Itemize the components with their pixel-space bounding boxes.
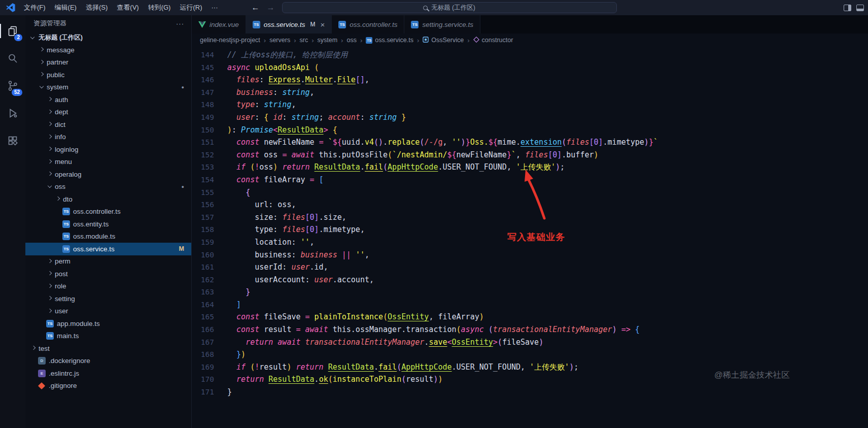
code-line-153[interactable]: 153 if (!oss) return ResultData.fail(App…: [192, 161, 868, 174]
tree-item-dto[interactable]: dto: [25, 193, 191, 206]
tree-item-.gitignore[interactable]: .gitignore: [25, 380, 191, 392]
code-line-152[interactable]: 152 const oss = await this.putOssFile(`/…: [192, 149, 868, 161]
tree-item-oss.entity.ts[interactable]: TSoss.entity.ts: [25, 218, 191, 231]
tree-item-loginlog[interactable]: loginlog: [25, 143, 191, 156]
tree-item-post[interactable]: post: [25, 268, 191, 280]
run-debug-activity-icon[interactable]: [0, 100, 25, 127]
chevron-right-icon: [29, 347, 38, 349]
explorer-activity-icon[interactable]: 2: [0, 17, 25, 45]
code-line-156[interactable]: 156 url: oss,: [192, 199, 868, 211]
customize-layout-icon[interactable]: [856, 5, 864, 11]
tab-index.vue[interactable]: index.vue: [192, 15, 246, 34]
code-line-164[interactable]: 164 ]: [192, 299, 868, 311]
tree-item-label: post: [55, 270, 68, 278]
tree-item-operalog[interactable]: operalog: [25, 168, 191, 181]
breadcrumb-label: constructor: [482, 37, 513, 44]
code-line-161[interactable]: 161 userId: user.id,: [192, 261, 868, 274]
tree-item-app.module.ts[interactable]: TSapp.module.ts: [25, 317, 191, 330]
tree-item-dept[interactable]: dept: [25, 106, 191, 119]
code-line-155[interactable]: 155 {: [192, 186, 868, 199]
tree-item-system[interactable]: system●: [25, 81, 191, 94]
menu-运行(R)[interactable]: 运行(R): [175, 0, 206, 15]
tree-item-test[interactable]: test: [25, 342, 191, 355]
breadcrumb-item-system[interactable]: system: [318, 37, 338, 44]
chevron-right-icon: [46, 136, 54, 138]
code-line-160[interactable]: 160 business: business || '',: [192, 249, 868, 261]
breadcrumb-item-geline-nestjsp-project[interactable]: geline-nestjsp-project: [200, 37, 260, 44]
code-text: // 上传oss的接口, 给控制层使用: [227, 49, 348, 61]
code-line-148[interactable]: 148 type: string,: [192, 98, 868, 111]
code-line-144[interactable]: 144// 上传oss的接口, 给控制层使用: [192, 49, 868, 61]
tree-item-role[interactable]: role: [25, 280, 191, 293]
tab-oss.service.ts[interactable]: TSoss.service.tsM×: [246, 15, 332, 34]
tree-item-oss.controller.ts[interactable]: TSoss.controller.ts: [25, 206, 191, 218]
toggle-sidebar-icon[interactable]: [844, 5, 851, 11]
code-text: const newFileName = `${uuid.v4().replace…: [227, 136, 658, 149]
tree-item-partner[interactable]: partner: [25, 56, 191, 69]
menu-more-icon[interactable]: ···: [206, 0, 222, 15]
extensions-activity-icon[interactable]: [0, 127, 25, 154]
forward-arrow-icon[interactable]: →: [267, 3, 275, 12]
tab-label: oss.service.ts: [264, 21, 305, 28]
menu-文件(F)[interactable]: 文件(F): [19, 0, 50, 15]
code-line-165[interactable]: 165 const fileSave = plainToInstance(Oss…: [192, 311, 868, 323]
menu-查看(V)[interactable]: 查看(V): [112, 0, 143, 15]
tree-item-menu[interactable]: menu: [25, 156, 191, 169]
tree-item-oss.service.ts[interactable]: TSoss.service.tsM: [25, 243, 191, 255]
code-line-167[interactable]: 167 return await transactionalEntityMana…: [192, 336, 868, 349]
tree-item-label: app.module.ts: [57, 320, 100, 327]
breadcrumb-item-servers[interactable]: servers: [269, 37, 290, 44]
close-icon[interactable]: ×: [321, 21, 325, 28]
code-line-154[interactable]: 154 const fileArray = [: [192, 174, 868, 186]
command-center-search[interactable]: 无标题 (工作区): [282, 2, 617, 13]
titlebar: 文件(F)编辑(E)选择(S)查看(V)转到(G)运行(R) ··· ← → 无…: [0, 0, 868, 15]
code-line-150[interactable]: 150): Promise<ResultData> {: [192, 124, 868, 137]
tab-oss.controller.ts[interactable]: TSoss.controller.ts: [332, 15, 404, 34]
code-line-149[interactable]: 149 user: { id: string; account: string …: [192, 111, 868, 124]
code-line-151[interactable]: 151 const newFileName = `${uuid.v4().rep…: [192, 136, 868, 149]
tree-item-auth[interactable]: auth: [25, 93, 191, 106]
breadcrumb-item-constructor[interactable]: constructor: [473, 37, 513, 44]
tree-item-user[interactable]: user: [25, 305, 191, 318]
breadcrumb-item-oss[interactable]: oss: [346, 37, 356, 44]
ts-file-icon: TS: [62, 208, 70, 215]
tree-item-oss.module.ts[interactable]: TSoss.module.ts: [25, 231, 191, 243]
code-line-163[interactable]: 163 }: [192, 286, 868, 299]
code-line-162[interactable]: 162 userAccount: user.account,: [192, 274, 868, 286]
code-line-147[interactable]: 147 business: string,: [192, 86, 868, 99]
line-number: 152: [192, 149, 227, 161]
breadcrumb-item-oss.service.ts[interactable]: TSoss.service.ts: [366, 37, 413, 44]
back-arrow-icon[interactable]: ←: [252, 3, 260, 12]
menu-编辑(E)[interactable]: 编辑(E): [50, 0, 81, 15]
breadcrumb-item-OssService[interactable]: OssService: [423, 37, 464, 44]
menu-转到(G)[interactable]: 转到(G): [144, 0, 176, 15]
tree-item-info[interactable]: info: [25, 131, 191, 144]
tree-item-setting[interactable]: setting: [25, 292, 191, 305]
line-number: 169: [192, 361, 227, 374]
tree-item-.dockerignore[interactable]: D.dockerignore: [25, 355, 191, 368]
code-line-171[interactable]: 171}: [192, 386, 868, 399]
tree-item-perm[interactable]: perm: [25, 255, 191, 268]
code-line-157[interactable]: 157 size: files[0].size,: [192, 211, 868, 224]
code-line-145[interactable]: 145async uploadOssApi (: [192, 61, 868, 74]
breadcrumb-item-src[interactable]: src: [299, 37, 308, 44]
code-text: user: { id: string; account: string }: [227, 111, 406, 124]
search-activity-icon[interactable]: [0, 45, 25, 72]
explorer-more-actions-icon[interactable]: ···: [176, 20, 184, 27]
line-number: 150: [192, 124, 227, 137]
workspace-section-header[interactable]: 无标题 (工作区): [25, 31, 191, 44]
tree-item-main.ts[interactable]: TSmain.ts: [25, 330, 191, 343]
code-line-166[interactable]: 166 const result = await this.ossManager…: [192, 323, 868, 336]
code-line-168[interactable]: 168 }): [192, 348, 868, 361]
tree-item-oss[interactable]: oss●: [25, 181, 191, 193]
source-control-activity-icon[interactable]: 52: [0, 72, 25, 100]
sidebar-header: 资源管理器 ···: [25, 15, 191, 31]
tab-setting.service.ts[interactable]: TSsetting.service.ts: [404, 15, 480, 34]
tree-item-.eslintrc.js[interactable]: E.eslintrc.js: [25, 367, 191, 380]
code-line-146[interactable]: 146 files: Express.Multer.File[],: [192, 74, 868, 86]
ts-file-icon: TS: [46, 332, 54, 340]
tree-item-public[interactable]: public: [25, 69, 191, 81]
menu-选择(S)[interactable]: 选择(S): [81, 0, 112, 15]
tree-item-dict[interactable]: dict: [25, 118, 191, 131]
tree-item-message[interactable]: message: [25, 44, 191, 56]
